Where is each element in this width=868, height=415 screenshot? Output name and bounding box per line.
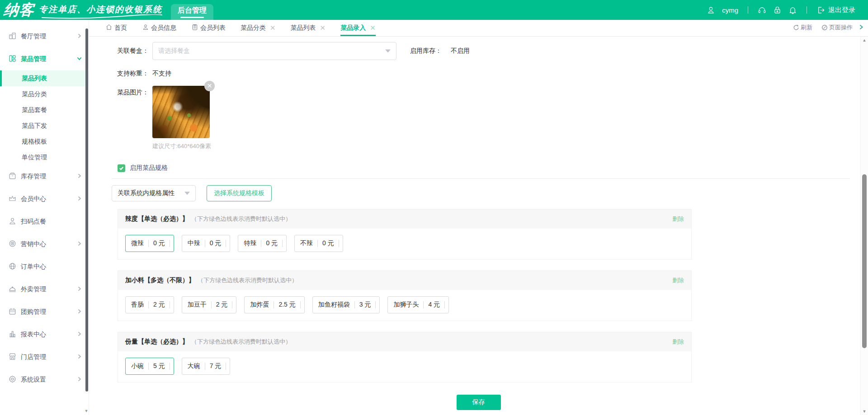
sidebar-item-store-mgmt[interactable]: 门店管理 — [0, 346, 89, 368]
sidebar-item-inventory-mgmt[interactable]: 库存管理 — [0, 165, 89, 188]
spec-option-chip[interactable]: 大碗7 元 — [182, 358, 231, 375]
tab-dish-category[interactable]: 菜品分类✕ — [241, 20, 276, 36]
option-price[interactable]: 2 元 — [216, 301, 228, 309]
spec-group-title: 份量【单选（必选）】 — [125, 338, 189, 346]
weigh-label: 支持称重： — [112, 70, 149, 78]
divider — [205, 240, 205, 247]
spec-option-chip[interactable]: 加炸蛋2.5 元 — [244, 296, 304, 313]
sidebar-subitem-spec-template[interactable]: 规格模板 — [0, 134, 89, 149]
divider — [282, 240, 283, 247]
tab-dish-list[interactable]: 菜品列表✕ — [291, 20, 326, 36]
tab-close-icon[interactable]: ✕ — [370, 24, 376, 31]
spec-group-header: 辣度【单选（必选）】（下方绿色边线表示消费时默认选中）删除 — [118, 210, 691, 228]
refresh-button[interactable]: 刷新 — [793, 23, 812, 32]
sidebar-item-groupbuy-mgmt[interactable]: 团购管理 — [0, 301, 89, 323]
tab-tools: 刷新 页面操作 — [793, 20, 853, 35]
sidebar-subitem-dish-combo[interactable]: 菜品套餐 — [0, 102, 89, 118]
spec-group-toppings: 加小料【多选（不限）】（下方绿色边线表示消费时默认选中）删除香肠2 元加豆干2 … — [118, 270, 692, 321]
spec-attribute-select-value: 关联系统内规格属性 — [118, 189, 175, 197]
option-name: 加鱼籽福袋 — [318, 301, 350, 309]
sidebar-scroll-down-arrow[interactable]: ▼ — [84, 409, 89, 413]
chevron-right-icon — [76, 308, 82, 316]
option-name: 中辣 — [188, 239, 200, 247]
nav-tab-backend-admin[interactable]: 后台管理 — [171, 4, 213, 20]
sidebar-item-member-center[interactable]: 会员中心 — [0, 188, 89, 210]
dishbox-select[interactable]: 请选择餐盒 — [152, 42, 396, 60]
spec-group-options: 小碗5 元大碗7 元 — [118, 351, 691, 382]
divider — [205, 363, 205, 370]
sidebar-item-order-center[interactable]: 订单中心 — [0, 256, 89, 278]
sidebar-subitem-dish-dispatch[interactable]: 菜品下发 — [0, 118, 89, 134]
dish-image-preview — [152, 86, 210, 138]
delete-spec-group-button[interactable]: 删除 — [672, 276, 684, 284]
dishbox-label: 关联餐盒： — [112, 47, 149, 55]
sidebar-item-scan-order[interactable]: 扫码点餐 — [0, 210, 89, 233]
spec-option-chip[interactable]: 加狮子头4 元 — [387, 296, 449, 313]
sidebar-item-report-center[interactable]: 报表中心 — [0, 323, 89, 346]
sidebar-item-dish-mgmt[interactable]: 菜品管理 — [0, 48, 89, 70]
remove-image-button[interactable]: ✕ — [204, 81, 215, 91]
sidebar-subitem-unit-mgmt[interactable]: 单位管理 — [0, 149, 89, 165]
delete-spec-group-button[interactable]: 删除 — [672, 215, 684, 223]
choose-spec-template-button[interactable]: 选择系统规格模板 — [207, 185, 272, 201]
divider — [354, 301, 355, 308]
logout-button[interactable]: 退出登录 — [816, 6, 855, 14]
spec-option-chip[interactable]: 中辣0 元 — [182, 235, 231, 252]
bell-icon[interactable] — [788, 6, 797, 14]
tab-dish-entry[interactable]: 菜品录入✕ — [340, 20, 376, 36]
option-name: 加炸蛋 — [250, 301, 269, 309]
spec-attribute-select[interactable]: 关联系统内规格属性 — [112, 185, 196, 201]
divider — [339, 240, 339, 247]
tab-label: 会员列表 — [200, 24, 226, 32]
username[interactable]: cymg — [722, 6, 738, 14]
lock-icon[interactable] — [773, 6, 782, 14]
enable-spec-checkbox[interactable] — [118, 164, 125, 172]
option-price[interactable]: 7 元 — [210, 362, 222, 370]
tab-member-list[interactable]: 会员列表 — [191, 20, 226, 36]
option-price[interactable]: 0 元 — [322, 239, 334, 247]
tab-home[interactable]: 首页 — [105, 20, 127, 36]
option-price[interactable]: 2.5 元 — [278, 301, 295, 309]
option-price[interactable]: 4 元 — [428, 301, 440, 309]
sidebar-scrollbar-thumb[interactable] — [85, 28, 88, 392]
sidebar-item-marketing-center[interactable]: 营销中心 — [0, 233, 89, 256]
sidebar-item-system-settings[interactable]: 系统设置 — [0, 368, 89, 391]
option-price[interactable]: 0 元 — [153, 239, 165, 247]
page-scrollbar[interactable]: ▲ ▼ — [860, 37, 868, 415]
spec-option-chip[interactable]: 小碗5 元 — [125, 358, 174, 375]
divider — [226, 363, 226, 370]
option-price[interactable]: 0 元 — [266, 239, 278, 247]
sidebar-subitem-dish-category[interactable]: 菜品分类 — [0, 86, 89, 102]
option-price[interactable]: 3 元 — [359, 301, 371, 309]
option-price[interactable]: 0 元 — [210, 239, 222, 247]
spec-option-chip[interactable]: 微辣0 元 — [125, 235, 174, 252]
spec-option-chip[interactable]: 特辣0 元 — [238, 235, 287, 252]
user-icon — [707, 6, 715, 14]
spec-option-chip[interactable]: 香肠2 元 — [125, 296, 174, 313]
sidebar-item-restaurant-mgmt[interactable]: 餐厅管理 — [0, 25, 89, 48]
tab-close-icon[interactable]: ✕ — [270, 24, 276, 31]
sidebar-subitem-dish-list[interactable]: 菜品列表 — [0, 70, 89, 86]
divider — [261, 240, 261, 247]
spec-group-options: 微辣0 元中辣0 元特辣0 元不辣0 元 — [118, 228, 691, 259]
option-price[interactable]: 5 元 — [153, 362, 165, 370]
spec-option-chip[interactable]: 加鱼籽福袋3 元 — [312, 296, 380, 313]
tabs-overflow-chevron[interactable] — [858, 24, 864, 32]
delete-spec-group-button[interactable]: 删除 — [672, 338, 684, 346]
tab-close-icon[interactable]: ✕ — [320, 24, 326, 31]
scroll-down-arrow[interactable]: ▼ — [861, 409, 868, 414]
option-name: 香肠 — [131, 301, 144, 309]
spec-option-chip[interactable]: 不辣0 元 — [294, 235, 343, 252]
spec-option-chip[interactable]: 加豆干2 元 — [182, 296, 237, 313]
option-name: 特辣 — [244, 239, 256, 247]
tab-member-info[interactable]: 会员信息 — [142, 20, 176, 36]
sidebar-item-takeout-mgmt[interactable]: 外卖管理 — [0, 278, 89, 301]
spec-groups: 辣度【单选（必选）】（下方绿色边线表示消费时默认选中）删除微辣0 元中辣0 元特… — [112, 209, 841, 382]
divider — [148, 240, 149, 247]
option-price[interactable]: 2 元 — [153, 301, 165, 309]
save-button[interactable]: 保存 — [457, 395, 501, 410]
page-scrollbar-thumb[interactable] — [862, 174, 867, 348]
headset-icon[interactable] — [758, 6, 766, 14]
scroll-up-arrow[interactable]: ▲ — [861, 38, 868, 42]
page-operations-button[interactable]: 页面操作 — [821, 23, 853, 32]
